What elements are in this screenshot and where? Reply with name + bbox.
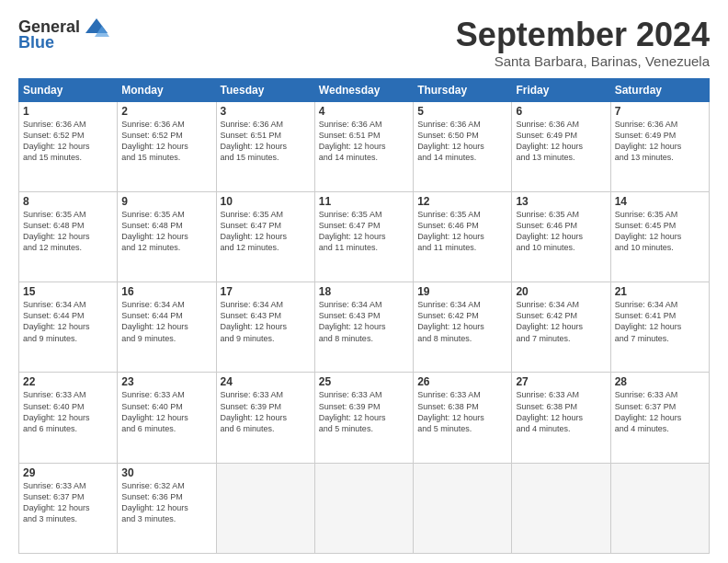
calendar-cell: 16Sunrise: 6:34 AM Sunset: 6:44 PM Dayli… [118, 282, 216, 373]
day-number: 3 [221, 105, 311, 118]
day-info: Sunrise: 6:33 AM Sunset: 6:40 PM Dayligh… [23, 389, 113, 434]
day-number: 20 [516, 285, 606, 298]
day-number: 27 [516, 375, 606, 388]
day-number: 18 [319, 285, 409, 298]
calendar-cell: 3Sunrise: 6:36 AM Sunset: 6:51 PM Daylig… [216, 101, 314, 191]
day-number: 4 [319, 105, 409, 118]
calendar-cell: 7Sunrise: 6:36 AM Sunset: 6:49 PM Daylig… [610, 101, 709, 191]
day-info: Sunrise: 6:33 AM Sunset: 6:40 PM Dayligh… [121, 389, 211, 434]
day-info: Sunrise: 6:36 AM Sunset: 6:52 PM Dayligh… [23, 119, 113, 164]
location: Santa Barbara, Barinas, Venezuela [456, 53, 710, 69]
calendar-cell: 26Sunrise: 6:33 AM Sunset: 6:38 PM Dayli… [414, 373, 512, 463]
day-info: Sunrise: 6:36 AM Sunset: 6:51 PM Dayligh… [221, 119, 311, 164]
calendar-cell: 27Sunrise: 6:33 AM Sunset: 6:38 PM Dayli… [512, 373, 610, 463]
day-info: Sunrise: 6:34 AM Sunset: 6:42 PM Dayligh… [417, 299, 507, 344]
day-number: 6 [516, 105, 606, 118]
day-number: 13 [516, 195, 606, 208]
calendar-table: SundayMondayTuesdayWednesdayThursdayFrid… [18, 78, 710, 554]
calendar-header-sunday: Sunday [19, 78, 118, 101]
calendar-cell: 17Sunrise: 6:34 AM Sunset: 6:43 PM Dayli… [216, 282, 314, 373]
calendar-cell: 12Sunrise: 6:35 AM Sunset: 6:46 PM Dayli… [414, 191, 512, 282]
day-info: Sunrise: 6:35 AM Sunset: 6:47 PM Dayligh… [221, 209, 311, 254]
day-info: Sunrise: 6:33 AM Sunset: 6:39 PM Dayligh… [221, 389, 311, 434]
logo-icon [84, 17, 109, 37]
day-number: 8 [23, 195, 113, 208]
calendar-cell: 30Sunrise: 6:32 AM Sunset: 6:36 PM Dayli… [118, 463, 216, 553]
day-info: Sunrise: 6:33 AM Sunset: 6:39 PM Dayligh… [319, 389, 409, 434]
calendar-week-5: 29Sunrise: 6:33 AM Sunset: 6:37 PM Dayli… [19, 463, 710, 553]
day-info: Sunrise: 6:34 AM Sunset: 6:42 PM Dayligh… [516, 299, 606, 344]
month-title: September 2024 [456, 17, 710, 53]
day-info: Sunrise: 6:33 AM Sunset: 6:37 PM Dayligh… [23, 480, 113, 525]
day-number: 15 [23, 285, 113, 298]
calendar-week-2: 8Sunrise: 6:35 AM Sunset: 6:48 PM Daylig… [19, 191, 710, 282]
day-info: Sunrise: 6:34 AM Sunset: 6:44 PM Dayligh… [23, 299, 113, 344]
day-number: 11 [319, 195, 409, 208]
calendar-cell: 22Sunrise: 6:33 AM Sunset: 6:40 PM Dayli… [19, 373, 118, 463]
day-number: 19 [417, 285, 507, 298]
day-number: 16 [121, 285, 211, 298]
calendar-cell: 21Sunrise: 6:34 AM Sunset: 6:41 PM Dayli… [610, 282, 709, 373]
logo-blue: Blue [18, 33, 54, 52]
calendar-cell [314, 463, 413, 553]
day-info: Sunrise: 6:35 AM Sunset: 6:45 PM Dayligh… [615, 209, 705, 254]
day-info: Sunrise: 6:34 AM Sunset: 6:41 PM Dayligh… [615, 299, 705, 344]
day-info: Sunrise: 6:34 AM Sunset: 6:43 PM Dayligh… [319, 299, 409, 344]
calendar-cell [512, 463, 610, 553]
day-info: Sunrise: 6:36 AM Sunset: 6:52 PM Dayligh… [121, 119, 211, 164]
day-info: Sunrise: 6:34 AM Sunset: 6:43 PM Dayligh… [221, 299, 311, 344]
day-number: 26 [417, 375, 507, 388]
calendar-header-monday: Monday [118, 78, 216, 101]
calendar-week-4: 22Sunrise: 6:33 AM Sunset: 6:40 PM Dayli… [19, 373, 710, 463]
calendar-cell: 1Sunrise: 6:36 AM Sunset: 6:52 PM Daylig… [19, 101, 118, 191]
calendar-cell: 25Sunrise: 6:33 AM Sunset: 6:39 PM Dayli… [314, 373, 413, 463]
calendar-cell: 2Sunrise: 6:36 AM Sunset: 6:52 PM Daylig… [118, 101, 216, 191]
day-number: 9 [121, 195, 211, 208]
day-info: Sunrise: 6:35 AM Sunset: 6:47 PM Dayligh… [319, 209, 409, 254]
day-info: Sunrise: 6:36 AM Sunset: 6:49 PM Dayligh… [615, 119, 705, 164]
calendar-cell [216, 463, 314, 553]
calendar-cell: 10Sunrise: 6:35 AM Sunset: 6:47 PM Dayli… [216, 191, 314, 282]
calendar-cell: 28Sunrise: 6:33 AM Sunset: 6:37 PM Dayli… [610, 373, 709, 463]
day-number: 24 [221, 375, 311, 388]
day-info: Sunrise: 6:32 AM Sunset: 6:36 PM Dayligh… [121, 480, 211, 525]
logo-area: General Blue [18, 17, 111, 52]
calendar-cell: 29Sunrise: 6:33 AM Sunset: 6:37 PM Dayli… [19, 463, 118, 553]
calendar-header-row: SundayMondayTuesdayWednesdayThursdayFrid… [19, 78, 710, 101]
day-info: Sunrise: 6:35 AM Sunset: 6:48 PM Dayligh… [23, 209, 113, 254]
day-number: 28 [615, 375, 705, 388]
day-number: 25 [319, 375, 409, 388]
calendar-cell: 4Sunrise: 6:36 AM Sunset: 6:51 PM Daylig… [314, 101, 413, 191]
day-number: 30 [121, 466, 211, 479]
day-info: Sunrise: 6:33 AM Sunset: 6:38 PM Dayligh… [417, 389, 507, 434]
day-info: Sunrise: 6:35 AM Sunset: 6:46 PM Dayligh… [516, 209, 606, 254]
day-info: Sunrise: 6:36 AM Sunset: 6:49 PM Dayligh… [516, 119, 606, 164]
calendar-cell: 19Sunrise: 6:34 AM Sunset: 6:42 PM Dayli… [414, 282, 512, 373]
calendar-header-saturday: Saturday [610, 78, 709, 101]
day-info: Sunrise: 6:34 AM Sunset: 6:44 PM Dayligh… [121, 299, 211, 344]
calendar-cell: 5Sunrise: 6:36 AM Sunset: 6:50 PM Daylig… [414, 101, 512, 191]
calendar-header-friday: Friday [512, 78, 610, 101]
day-number: 10 [221, 195, 311, 208]
calendar-header-tuesday: Tuesday [216, 78, 314, 101]
calendar-cell: 8Sunrise: 6:35 AM Sunset: 6:48 PM Daylig… [19, 191, 118, 282]
calendar-week-1: 1Sunrise: 6:36 AM Sunset: 6:52 PM Daylig… [19, 101, 710, 191]
day-info: Sunrise: 6:35 AM Sunset: 6:48 PM Dayligh… [121, 209, 211, 254]
day-info: Sunrise: 6:33 AM Sunset: 6:38 PM Dayligh… [516, 389, 606, 434]
calendar-cell [414, 463, 512, 553]
day-number: 21 [615, 285, 705, 298]
calendar-cell: 24Sunrise: 6:33 AM Sunset: 6:39 PM Dayli… [216, 373, 314, 463]
calendar-header-wednesday: Wednesday [314, 78, 413, 101]
day-number: 1 [23, 105, 113, 118]
day-info: Sunrise: 6:35 AM Sunset: 6:46 PM Dayligh… [417, 209, 507, 254]
day-number: 29 [23, 466, 113, 479]
day-number: 17 [221, 285, 311, 298]
day-number: 23 [121, 375, 211, 388]
day-info: Sunrise: 6:33 AM Sunset: 6:37 PM Dayligh… [615, 389, 705, 434]
header: General Blue September 2024 Santa Barbar… [18, 17, 710, 69]
day-number: 12 [417, 195, 507, 208]
calendar-week-3: 15Sunrise: 6:34 AM Sunset: 6:44 PM Dayli… [19, 282, 710, 373]
calendar-cell: 14Sunrise: 6:35 AM Sunset: 6:45 PM Dayli… [610, 191, 709, 282]
calendar-cell: 6Sunrise: 6:36 AM Sunset: 6:49 PM Daylig… [512, 101, 610, 191]
day-number: 5 [417, 105, 507, 118]
